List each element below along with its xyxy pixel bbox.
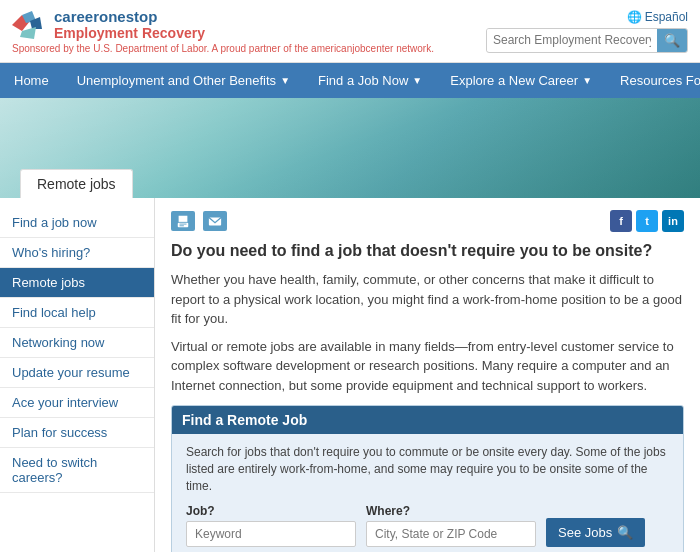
search-icon: 🔍 [617,525,633,540]
where-input[interactable] [366,521,536,547]
sidebar-item-switch-careers[interactable]: Need to switch careers? [0,448,154,493]
job-input[interactable] [186,521,356,547]
find-box-desc: Search for jobs that don't require you t… [186,444,669,494]
content-icons-row: f t in [171,210,684,232]
find-box-title: Find a Remote Job [172,406,683,434]
sidebar-item-resume[interactable]: Update your resume [0,358,154,388]
content-para1: Whether you have health, family, commute… [171,270,684,329]
linkedin-icon[interactable]: in [662,210,684,232]
job-label: Job? [186,504,356,518]
main-content: Find a job now Who's hiring? Remote jobs… [0,198,700,552]
social-icons: f t in [610,210,684,232]
globe-icon: 🌐 [627,10,642,24]
see-jobs-button[interactable]: See Jobs 🔍 [546,518,645,547]
nav-item-resources[interactable]: Resources For ▼ [606,63,700,98]
content-para2: Virtual or remote jobs are available in … [171,337,684,396]
logo-text: careeronestop Employment Recovery [54,8,205,41]
logo-top: careeronestop Employment Recovery [12,8,434,41]
search-input[interactable] [487,29,657,51]
nav-item-career[interactable]: Explore a New Career ▼ [436,63,606,98]
hero-banner: Remote jobs [0,98,700,198]
sidebar-item-interview[interactable]: Ace your interview [0,388,154,418]
job-field-group: Job? [186,504,356,547]
chevron-down-icon: ▼ [280,75,290,86]
print-icon[interactable] [171,211,195,231]
header-right: 🌐 Español 🔍 [486,10,688,53]
nav-item-home[interactable]: Home [0,63,63,98]
where-field-group: Where? [366,504,536,547]
site-header: careeronestop Employment Recovery Sponso… [0,0,700,63]
content-area: f t in Do you need to find a job that do… [155,198,700,552]
twitter-icon[interactable]: t [636,210,658,232]
logo-sub-text: Employment Recovery [54,25,205,41]
hero-label: Remote jobs [20,169,133,198]
find-box-fields: Job? Where? See Jobs 🔍 [186,504,669,547]
svg-rect-5 [179,216,188,222]
sidebar-item-whos-hiring[interactable]: Who's hiring? [0,238,154,268]
find-remote-job-box: Find a Remote Job Search for jobs that d… [171,405,684,552]
chevron-down-icon: ▼ [412,75,422,86]
sidebar-item-networking[interactable]: Networking now [0,328,154,358]
nav-item-find-job[interactable]: Find a Job Now ▼ [304,63,436,98]
email-icon[interactable] [203,211,227,231]
sidebar-item-find-job[interactable]: Find a job now [0,208,154,238]
logo-icon [12,11,48,39]
content-title: Do you need to find a job that doesn't r… [171,242,684,260]
chevron-down-icon: ▼ [582,75,592,86]
where-label: Where? [366,504,536,518]
nav-item-unemployment[interactable]: Unemployment and Other Benefits ▼ [63,63,304,98]
sidebar: Find a job now Who's hiring? Remote jobs… [0,198,155,552]
facebook-icon[interactable]: f [610,210,632,232]
logo-sponsored: Sponsored by the U.S. Department of Labo… [12,43,434,54]
search-bar: 🔍 [486,28,688,53]
sidebar-item-local-help[interactable]: Find local help [0,298,154,328]
logo-area: careeronestop Employment Recovery Sponso… [12,8,434,54]
sidebar-item-plan[interactable]: Plan for success [0,418,154,448]
logo-main-text: careeronestop [54,8,205,25]
svg-rect-7 [180,225,184,226]
content-icons-left [171,211,227,231]
search-button[interactable]: 🔍 [657,29,687,52]
sidebar-item-remote-jobs[interactable]: Remote jobs [0,268,154,298]
svg-rect-4 [178,223,189,227]
svg-rect-6 [180,224,187,225]
main-nav: Home Unemployment and Other Benefits ▼ F… [0,63,700,98]
espanol-link[interactable]: 🌐 Español [627,10,688,24]
